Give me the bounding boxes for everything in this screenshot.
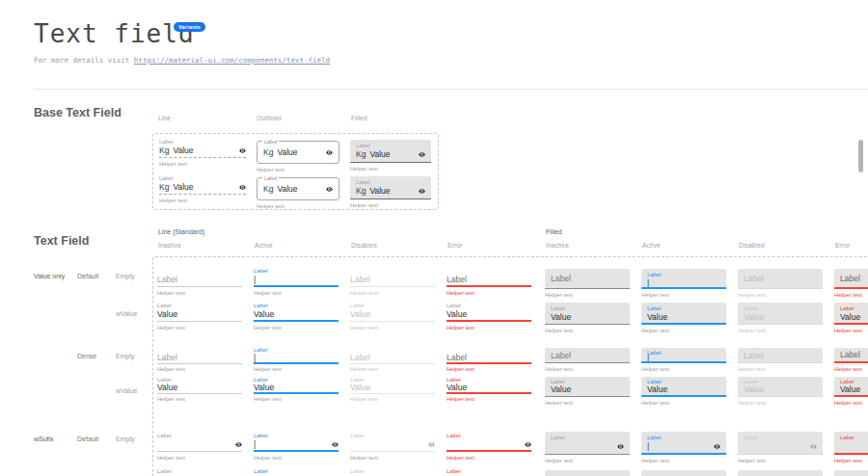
filled-next-active[interactable] — [641, 470, 726, 476]
field-value: Value — [350, 383, 370, 392]
line-inactive-value[interactable]: Label Value Helper text — [157, 302, 242, 331]
helper-text: Helper text — [350, 290, 435, 297]
line-suffix-disabled: Label Helper text — [350, 432, 435, 462]
field-value: Value — [647, 384, 667, 394]
base-outlined-field[interactable]: Label KgValue Helper text — [257, 138, 339, 173]
line-suffix-inactive[interactable]: Label Helper text — [157, 432, 242, 462]
filled-dense-active-empty[interactable]: Label | Helper text — [641, 348, 726, 373]
field-underline — [159, 157, 246, 158]
helper-text: Helper text — [254, 290, 339, 297]
line-error-value[interactable]: Label Value Helper text — [447, 302, 531, 331]
field-label: Label — [350, 432, 435, 439]
field-value-row: Label — [350, 275, 435, 284]
filled-box: Label | — [641, 432, 726, 455]
line-dense-error-value[interactable]: Label Value Helper text — [447, 376, 531, 403]
visibility-icon[interactable] — [326, 149, 333, 156]
line-dense-error-empty[interactable]: Label Helper text — [447, 346, 531, 373]
filled-dense-disabled-empty: Label Helper text — [738, 348, 823, 373]
helper-text: Helper text — [738, 292, 823, 299]
line-dense-inactive-value[interactable]: Label Value Helper text — [157, 376, 242, 403]
filled-suffix-inactive[interactable]: Label Helper text — [545, 432, 630, 464]
helper-text: Helper text — [350, 396, 435, 403]
visibility-icon[interactable] — [714, 443, 720, 450]
line-active-empty[interactable]: Label | Helper text — [254, 267, 339, 297]
line-dense-active-empty[interactable]: Label | Helper text — [254, 346, 339, 373]
field-label: Label — [447, 467, 531, 475]
helper-text: Helper text — [254, 396, 339, 403]
base-line-field[interactable]: Label KgValue Helper text — [159, 174, 246, 210]
visibility-icon[interactable] — [419, 188, 425, 195]
helper-text: Helper text — [447, 366, 531, 373]
visibility-icon[interactable] — [239, 147, 246, 154]
line-error-empty[interactable]: Label Helper text — [447, 267, 531, 297]
filled-next-inactive[interactable] — [545, 470, 630, 476]
visibility-icon[interactable] — [239, 184, 246, 191]
line-suffix-error[interactable]: Label Helper text — [447, 432, 531, 462]
filled-dense-error-empty[interactable]: Label Helper text — [834, 348, 868, 373]
filled-next-error[interactable] — [834, 470, 868, 476]
field-label: Label — [350, 467, 435, 475]
line-next-error[interactable]: Label — [447, 467, 531, 475]
base-filled-field[interactable]: Label KgValue Helper text — [350, 138, 431, 173]
filled-box: Label — [738, 348, 823, 363]
helper-text: Helper text — [350, 202, 431, 209]
base-line-field[interactable]: Label KgValue Helper text — [159, 138, 246, 173]
row4-line-group: Label Value Helper text Label Value Help… — [157, 376, 531, 403]
line-active-value[interactable]: Label Value Helper text — [254, 302, 339, 331]
field-value: Value — [840, 312, 860, 322]
variants-badge: Variants — [174, 22, 205, 32]
filled-box: Label Value — [641, 303, 726, 325]
line-dense-disabled-value: Label Value Helper text — [350, 376, 435, 403]
text-cursor: | — [254, 439, 256, 449]
line-dense-inactive-empty[interactable]: Label Helper text — [157, 346, 242, 373]
base-outlined-field[interactable]: Label KgValue Helper text — [257, 174, 339, 210]
field-label: Label — [350, 302, 435, 309]
filled-inactive-empty[interactable]: Label Helper text — [545, 269, 630, 299]
docs-link[interactable]: https://material-ui.com/components/text-… — [134, 56, 330, 65]
filled-inactive-value[interactable]: Label Value Helper text — [545, 303, 630, 334]
field-label: Label — [551, 274, 571, 283]
filled-box: Label — [738, 269, 823, 289]
helper-text: Helper text — [447, 290, 531, 297]
field-value-row: Value — [157, 309, 242, 319]
visibility-icon[interactable] — [419, 151, 425, 158]
filled-active-empty[interactable]: Label | Helper text — [641, 269, 726, 299]
line-next-inactive[interactable]: Label — [157, 467, 242, 475]
filled-suffix-active[interactable]: Label | Helper text — [641, 432, 726, 464]
helper-text: Helper text — [834, 328, 868, 334]
helper-text: Helper text — [350, 455, 435, 462]
visibility-icon[interactable] — [332, 441, 339, 448]
visibility-icon[interactable] — [235, 441, 242, 448]
filled-box: Label Value — [738, 303, 823, 325]
vertical-scrollbar-thumb[interactable] — [858, 140, 863, 172]
filled-next-disabled — [738, 470, 823, 476]
line-dense-active-value[interactable]: Label Value Helper text — [254, 376, 339, 403]
filled-dense-error-value[interactable]: Label Value Helper text — [834, 377, 868, 407]
field-label: Label — [744, 304, 817, 312]
field-underline — [157, 321, 242, 322]
field-label: Label — [157, 302, 242, 309]
field-label: Label — [262, 139, 279, 145]
filled-suffix-error[interactable]: Label Helper text — [834, 432, 868, 464]
text-cursor: | — [254, 353, 256, 362]
line-disabled-value: Label Value Helper text — [350, 302, 435, 331]
line-next-active[interactable]: Label — [254, 467, 339, 475]
field-value-row: Value — [350, 383, 435, 391]
visibility-icon[interactable] — [326, 186, 333, 193]
prefix: Kg — [159, 145, 169, 155]
visibility-icon[interactable] — [525, 441, 531, 448]
filled-error-empty[interactable]: Label Helper text — [834, 269, 868, 299]
field-value: Value — [277, 147, 297, 157]
line-suffix-active[interactable]: Label | Helper text — [254, 432, 339, 462]
filled-error-value[interactable]: Label Value Helper text — [834, 303, 868, 334]
filled-dense-active-value[interactable]: Label Value Helper text — [641, 377, 726, 407]
line-inactive-empty[interactable]: Label Helper text — [157, 267, 242, 297]
filled-dense-inactive-empty[interactable]: Label Helper text — [545, 348, 630, 373]
filled-dense-inactive-value[interactable]: Label Value Helper text — [545, 377, 630, 407]
visibility-icon[interactable] — [617, 443, 624, 450]
filled-active-value[interactable]: Label Value Helper text — [641, 303, 726, 334]
base-filled-field[interactable]: Label KgValue Helper text — [350, 174, 431, 210]
field-underline — [447, 362, 531, 364]
field-underline — [350, 321, 435, 322]
field-value-row: Value — [840, 312, 868, 322]
